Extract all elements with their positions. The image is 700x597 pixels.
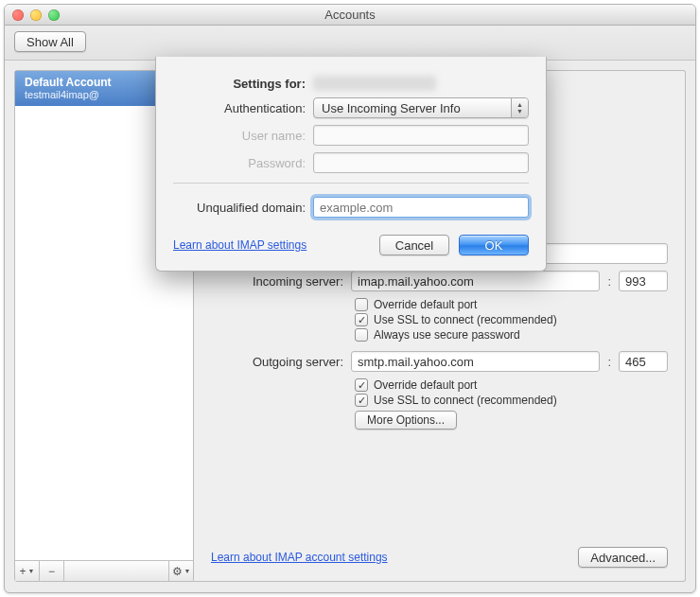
window-controls xyxy=(12,9,60,21)
outgoing-settings-sheet: Settings for: Authentication: Use Incomi… xyxy=(155,57,547,272)
learn-imap-settings-link[interactable]: Learn about IMAP settings xyxy=(173,238,370,252)
ok-button[interactable]: OK xyxy=(459,235,529,255)
chevron-down-icon: ▼ xyxy=(184,568,191,574)
incoming-override-port-checkbox[interactable] xyxy=(355,298,368,311)
outgoing-ssl-checkbox[interactable] xyxy=(355,394,368,407)
unqualified-domain-field[interactable] xyxy=(313,197,529,218)
sheet-separator xyxy=(173,183,529,184)
sheet-user-name-label: User name: xyxy=(173,129,306,143)
learn-imap-account-settings-link[interactable]: Learn about IMAP account settings xyxy=(211,551,388,564)
remove-account-button[interactable]: − xyxy=(40,561,64,581)
window-title: Accounts xyxy=(5,8,695,22)
incoming-secure-password-label: Always use secure password xyxy=(374,328,520,342)
incoming-secure-password-checkbox[interactable] xyxy=(355,328,368,342)
outgoing-override-port-checkbox[interactable] xyxy=(355,378,368,392)
plus-icon: + xyxy=(20,565,26,578)
outgoing-port-field[interactable] xyxy=(619,351,668,372)
sheet-password-label: Password: xyxy=(173,156,306,170)
authentication-label: Authentication: xyxy=(173,101,306,115)
popup-arrows-icon: ▲▼ xyxy=(511,98,528,117)
authentication-popup[interactable]: Use Incoming Server Info ▲▼ xyxy=(313,97,529,118)
incoming-override-port-label: Override default port xyxy=(374,298,477,311)
sheet-user-name-field[interactable] xyxy=(313,125,529,146)
gear-icon: ⚙ xyxy=(172,565,183,578)
unqualified-domain-label: Unqualified domain: xyxy=(173,201,306,215)
incoming-server-field[interactable] xyxy=(351,271,600,291)
cancel-button[interactable]: Cancel xyxy=(379,235,449,255)
minimize-icon[interactable] xyxy=(30,9,42,21)
show-all-button[interactable]: Show All xyxy=(14,31,86,52)
zoom-icon[interactable] xyxy=(48,9,60,21)
incoming-ssl-checkbox[interactable] xyxy=(355,313,368,326)
titlebar: Accounts xyxy=(5,5,695,26)
incoming-ssl-label: Use SSL to connect (recommended) xyxy=(374,313,557,326)
settings-for-value xyxy=(313,76,436,91)
incoming-port-field[interactable] xyxy=(619,271,668,291)
port-separator: : xyxy=(607,274,611,289)
more-options-button[interactable]: More Options... xyxy=(355,411,457,430)
port-separator: : xyxy=(607,355,611,369)
chevron-down-icon: ▼ xyxy=(28,568,35,574)
toolbar: Show All xyxy=(5,26,695,61)
outgoing-ssl-label: Use SSL to connect (recommended) xyxy=(374,394,557,407)
add-account-button[interactable]: +▼ xyxy=(15,561,40,581)
sheet-password-field[interactable] xyxy=(313,152,529,173)
close-icon[interactable] xyxy=(12,9,24,21)
advanced-button[interactable]: Advanced... xyxy=(578,547,668,568)
outgoing-override-port-label: Override default port xyxy=(374,378,477,392)
settings-for-label: Settings for: xyxy=(173,77,306,91)
authentication-value: Use Incoming Server Info xyxy=(322,101,461,115)
incoming-server-label: Incoming server: xyxy=(211,274,343,289)
outgoing-server-label: Outgoing server: xyxy=(211,355,343,369)
sidebar-footer: +▼ − ⚙▼ xyxy=(15,560,193,581)
outgoing-server-field[interactable] xyxy=(351,351,600,372)
account-actions-button[interactable]: ⚙▼ xyxy=(168,561,193,581)
